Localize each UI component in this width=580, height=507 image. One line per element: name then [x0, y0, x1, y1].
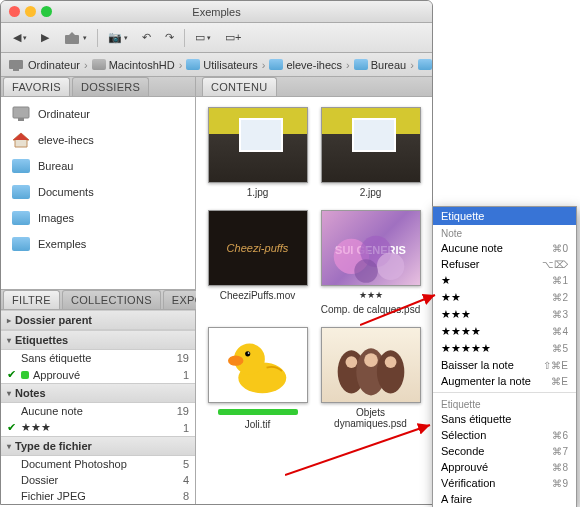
- menu-sans-etiquette[interactable]: Sans étiquette: [433, 411, 576, 427]
- reveal-button[interactable]: ▾: [59, 28, 91, 48]
- tab-filtre[interactable]: FILTRE: [3, 290, 60, 309]
- svg-point-18: [364, 353, 378, 367]
- menu-baisser[interactable]: Baisser la note⇧⌘E: [433, 357, 576, 373]
- tab-contenu[interactable]: CONTENU: [202, 77, 277, 96]
- menu-header: Etiquette: [433, 207, 576, 225]
- thumbnail-image: [321, 107, 421, 183]
- filter-aucune-note[interactable]: Aucune note19: [1, 403, 195, 419]
- fav-bureau[interactable]: Bureau: [1, 153, 195, 179]
- folder-icon: [11, 209, 31, 227]
- filter-notes-header[interactable]: ▾Notes: [1, 383, 195, 403]
- thumbnail-image: [208, 107, 308, 183]
- chevron-right-icon: ›: [84, 59, 88, 71]
- svg-point-13: [247, 352, 249, 354]
- minimize-window-button[interactable]: [25, 6, 36, 17]
- fav-eleve-ihecs[interactable]: eleve-ihecs: [1, 127, 195, 153]
- context-menu-etiquette: Etiquette Note Aucune note⌘0 Refuser⌥⌦ ★…: [432, 206, 577, 507]
- favorite-button[interactable]: 📷▾: [104, 29, 132, 46]
- tab-favoris[interactable]: FAVORIS: [3, 77, 70, 96]
- toolbar: ◀▾ ▶ ▾ 📷▾ ↶ ↷ ▭▾ ▭+: [1, 23, 432, 53]
- crumb-ordinateur[interactable]: Ordinateur: [7, 57, 80, 73]
- thumbnail-image: [321, 327, 421, 403]
- menu-star-2[interactable]: ★★⌘2: [433, 289, 576, 306]
- menu-augmenter[interactable]: Augmenter la note⌘E: [433, 373, 576, 389]
- menu-star-3[interactable]: ★★★⌘3: [433, 306, 576, 323]
- menu-a-faire[interactable]: A faire: [433, 491, 576, 507]
- content-tabs: CONTENU: [196, 77, 432, 97]
- thumbnail-image: SUI GENERIS: [321, 210, 421, 286]
- svg-point-19: [384, 356, 396, 368]
- svg-point-11: [228, 356, 243, 366]
- thumbnail-image: Cheezi-puffs: [208, 210, 308, 286]
- svg-rect-0: [65, 35, 79, 44]
- menu-section-note: Note: [433, 225, 576, 240]
- filter-sans-etiquette[interactable]: Sans étiquette19: [1, 350, 195, 366]
- rotate-cw-button[interactable]: ↷: [161, 29, 178, 46]
- rotate-ccw-button[interactable]: ↶: [138, 29, 155, 46]
- tab-collections[interactable]: COLLECTIONS: [62, 290, 161, 309]
- filter-jpeg[interactable]: Fichier JPEG8: [1, 488, 195, 504]
- home-icon: [11, 131, 31, 149]
- chevron-right-icon: ›: [179, 59, 183, 71]
- filter-etiquettes-header[interactable]: ▾Etiquettes: [1, 330, 195, 350]
- filter-dossier-parent[interactable]: ▸Dossier parent: [1, 310, 195, 330]
- filter-dossier[interactable]: Dossier4: [1, 472, 195, 488]
- forward-button[interactable]: ▶: [37, 29, 53, 46]
- chevron-right-icon: ›: [346, 59, 350, 71]
- svg-point-8: [354, 259, 378, 283]
- filter-tabs: FILTRE COLLECTIONS EXPORTER ▤: [1, 290, 195, 310]
- favorites-list: Ordinateur eleve-ihecs Bureau Documents …: [1, 97, 195, 289]
- thumb-objets-dynamiques[interactable]: Objets dynamiques.psd: [319, 327, 422, 430]
- thumb-1jpg[interactable]: 1.jpg: [206, 107, 309, 198]
- fav-documents[interactable]: Documents: [1, 179, 195, 205]
- menu-aucune-note[interactable]: Aucune note⌘0: [433, 240, 576, 256]
- svg-rect-3: [13, 107, 29, 118]
- crumb-bureau[interactable]: Bureau: [354, 59, 406, 71]
- crumb-utilisateurs[interactable]: Utilisateurs: [186, 59, 257, 71]
- new-button[interactable]: ▭+: [221, 29, 245, 46]
- thumb-comp-calques[interactable]: SUI GENERIS ★★★ Comp. de calques.psd: [319, 210, 422, 315]
- menu-refuser[interactable]: Refuser⌥⌦: [433, 256, 576, 272]
- menu-star-5[interactable]: ★★★★★⌘5: [433, 340, 576, 357]
- menu-verification[interactable]: Vérification⌘9: [433, 475, 576, 491]
- open-button[interactable]: ▭▾: [191, 29, 215, 46]
- menu-section-etiquette: Etiquette: [433, 396, 576, 411]
- breadcrumb: Ordinateur › MacintoshHD › Utilisateurs …: [1, 53, 432, 77]
- thumbnail-image: [208, 327, 308, 403]
- zoom-window-button[interactable]: [41, 6, 52, 17]
- svg-point-12: [245, 351, 250, 356]
- back-button[interactable]: ◀▾: [9, 29, 31, 46]
- fav-ordinateur[interactable]: Ordinateur: [1, 101, 195, 127]
- thumbnails-grid: 1.jpg 2.jpg Cheezi-puffs CheeziPuffs.mov…: [196, 97, 432, 504]
- thumb-2jpg[interactable]: 2.jpg: [319, 107, 422, 198]
- menu-selection[interactable]: Sélection⌘6: [433, 427, 576, 443]
- crumb-eleve-ihecs[interactable]: eleve-ihecs: [269, 59, 342, 71]
- tab-dossiers[interactable]: DOSSIERS: [72, 77, 149, 96]
- window-title: Exemples: [192, 6, 240, 18]
- svg-point-17: [345, 356, 357, 368]
- thumb-joli[interactable]: Joli.tif: [206, 327, 309, 430]
- approved-label-bar: [218, 409, 298, 415]
- menu-seconde[interactable]: Seconde⌘7: [433, 443, 576, 459]
- folder-icon: [11, 157, 31, 175]
- folder-icon: [11, 183, 31, 201]
- filter-doc-ps[interactable]: Document Photoshop5: [1, 456, 195, 472]
- filter-type-fichier-header[interactable]: ▾Type de fichier: [1, 436, 195, 456]
- fav-images[interactable]: Images: [1, 205, 195, 231]
- menu-star-4[interactable]: ★★★★⌘4: [433, 323, 576, 340]
- sidebar-tabs: FAVORIS DOSSIERS: [1, 77, 195, 97]
- crumb-macintoshhd[interactable]: MacintoshHD: [92, 59, 175, 71]
- thumb-cheezipuffs[interactable]: Cheezi-puffs CheeziPuffs.mov: [206, 210, 309, 315]
- svg-rect-1: [9, 60, 23, 69]
- crumb-exemples[interactable]: Exemples: [418, 59, 432, 71]
- filter-three-stars[interactable]: ✔★★★1: [1, 419, 195, 436]
- menu-star-1[interactable]: ★⌘1: [433, 272, 576, 289]
- svg-rect-2: [13, 69, 19, 71]
- close-window-button[interactable]: [9, 6, 20, 17]
- svg-point-7: [376, 252, 403, 279]
- titlebar: Exemples: [1, 1, 432, 23]
- menu-approuve[interactable]: Approuvé⌘8: [433, 459, 576, 475]
- fav-exemples[interactable]: Exemples: [1, 231, 195, 257]
- chevron-right-icon: ›: [262, 59, 266, 71]
- filter-approuve[interactable]: ✔Approuvé1: [1, 366, 195, 383]
